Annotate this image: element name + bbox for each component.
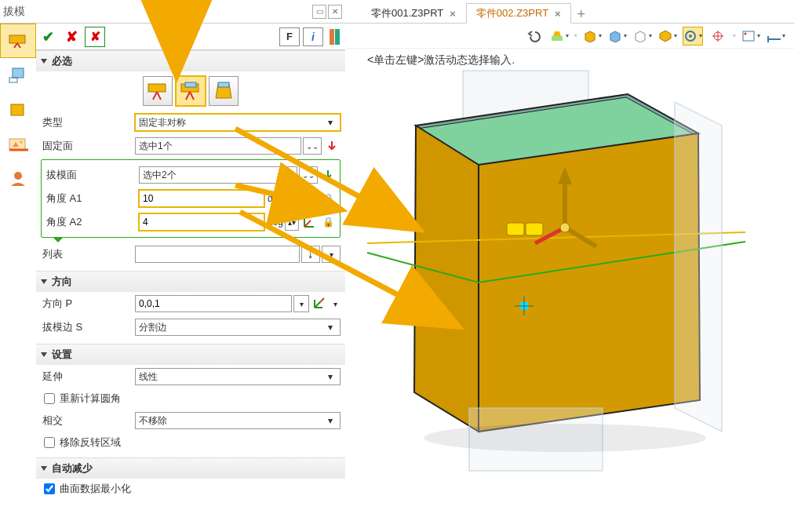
type-combo[interactable]: 固定非对称 ▾ xyxy=(135,114,341,131)
remove-invert-row: 移除反转区域 xyxy=(41,432,341,453)
list-row: 列表 ⭳ ▾ xyxy=(41,242,341,266)
intersect-row: 相交 不移除 ▾ xyxy=(41,409,341,432)
mandatory-section: 必选 类型 固定非对称 xyxy=(36,50,345,271)
list-dropdown-button[interactable]: ▾ xyxy=(322,246,341,263)
extend-combo[interactable]: 线性 ▾ xyxy=(135,368,341,385)
svg-rect-15 xyxy=(552,36,563,41)
draft-edge-combo[interactable]: 分割边 ▾ xyxy=(135,319,341,336)
box-blue-icon[interactable]: ▾ xyxy=(607,27,628,46)
new-tab-button[interactable]: + xyxy=(571,6,592,23)
remove-invert-checkbox[interactable] xyxy=(44,437,55,448)
sidebar-image-icon[interactable] xyxy=(0,127,36,162)
cancel-button[interactable]: ✘ xyxy=(61,27,82,47)
formula-button[interactable]: F xyxy=(279,27,300,46)
angle-a2-input[interactable] xyxy=(139,213,264,231)
tab-label: 零件001.Z3PRT xyxy=(371,6,443,20)
help-book-icon[interactable] xyxy=(326,27,344,46)
target-icon[interactable] xyxy=(708,27,728,46)
draft-face-label: 拔模面 xyxy=(45,168,136,182)
dropdown-icon: ▾ xyxy=(324,415,337,426)
expand-button[interactable]: ⌄⌄ xyxy=(299,166,318,184)
highlight-icon[interactable]: ▾ xyxy=(549,27,570,46)
minimize-checkbox[interactable] xyxy=(44,483,55,494)
ok-button[interactable]: ✔ xyxy=(38,27,58,47)
window-icon[interactable]: ▾ xyxy=(741,27,761,46)
spinner-button[interactable]: ▴▾ xyxy=(285,213,299,231)
axis-icon[interactable] xyxy=(300,213,318,231)
lock-icon[interactable]: 🔒 xyxy=(319,213,337,231)
draft-group: 拔模面 选中2个 ⌄⌄ 角度 A1 xyxy=(41,159,341,238)
hex-icon[interactable]: ▾ xyxy=(657,27,678,46)
right-area: 零件001.Z3PRT × 零件002.Z3PRT × + ▾ • ▾ ▾ ▾ … xyxy=(345,0,794,532)
mode-btn-1[interactable] xyxy=(143,76,173,106)
apply-cancel-button[interactable]: ✘ xyxy=(85,27,105,47)
dropdown-small-icon[interactable]: ▾ xyxy=(330,295,341,312)
svg-marker-30 xyxy=(675,102,722,432)
tab-part-001[interactable]: 零件001.Z3PRT × xyxy=(361,3,466,24)
sidebar-sketch-icon[interactable] xyxy=(0,58,36,93)
svg-marker-18 xyxy=(636,31,645,42)
svg-rect-2 xyxy=(9,78,17,82)
close-icon[interactable]: × xyxy=(450,8,456,20)
spinner-button[interactable]: ▴▾ xyxy=(285,190,299,207)
down-arrow-red-icon[interactable] xyxy=(323,137,341,155)
fixed-face-value: 选中1个 xyxy=(139,140,173,153)
draft-face-combo[interactable]: 选中2个 xyxy=(139,166,297,184)
box-orange-icon[interactable]: ▾ xyxy=(582,27,603,46)
fixed-face-row: 固定面 选中1个 ⌄⌄ xyxy=(41,134,341,158)
list-download-icon[interactable]: ⭳ xyxy=(301,246,320,263)
mode-btn-3[interactable] xyxy=(209,76,239,106)
chevron-down-icon xyxy=(41,279,47,284)
down-arrow-green-icon[interactable] xyxy=(300,190,318,207)
angle-a1-input[interactable] xyxy=(139,190,264,207)
svg-point-24 xyxy=(745,32,747,35)
3d-viewport[interactable] xyxy=(353,47,794,532)
minimize-label: 曲面数据最小化 xyxy=(60,482,131,496)
list-input[interactable] xyxy=(135,246,300,263)
sidebar-feature-icon[interactable] xyxy=(0,24,36,58)
undo-icon[interactable] xyxy=(524,27,545,46)
angle-a1-row: 角度 A1 deg ▴▾ 🔒 xyxy=(45,187,337,210)
down-arrow-green-icon[interactable] xyxy=(319,166,337,184)
measure-icon[interactable]: ▾ xyxy=(766,27,786,46)
panel-close-button[interactable]: ✕ xyxy=(328,5,342,19)
recalc-fillet-checkbox[interactable] xyxy=(44,393,55,404)
direction-header[interactable]: 方向 xyxy=(36,271,345,292)
recalc-fillet-label: 重新计算圆角 xyxy=(60,392,121,406)
direction-section: 方向 方向 P ▾ ▾ 拔模边 S xyxy=(36,271,345,344)
lock-icon[interactable]: 🔒 xyxy=(319,190,337,207)
extend-label: 延伸 xyxy=(41,370,132,384)
settings-header[interactable]: 设置 xyxy=(36,344,345,365)
feature-panel: 拔模 ▭ ✕ ✔ ✘ ✘ F i xyxy=(0,0,345,532)
mandatory-title: 必选 xyxy=(52,54,72,68)
info-button[interactable]: i xyxy=(303,27,323,46)
svg-point-7 xyxy=(14,172,22,180)
sidebar-box-icon[interactable] xyxy=(0,93,36,127)
close-icon[interactable]: × xyxy=(555,8,561,20)
axis-picker-icon[interactable] xyxy=(311,295,328,312)
intersect-value: 不移除 xyxy=(139,414,167,428)
svg-marker-28 xyxy=(414,126,479,432)
type-value: 固定非对称 xyxy=(139,116,186,129)
box-wire-icon[interactable]: ▾ xyxy=(632,27,653,46)
direction-p-input[interactable] xyxy=(135,295,292,312)
mandatory-header[interactable]: 必选 xyxy=(36,51,345,71)
mandatory-form: 类型 固定非对称 ▾ 固定面 选中1个 ⌄⌄ xyxy=(36,111,345,271)
draft-face-row: 拔模面 选中2个 ⌄⌄ xyxy=(45,163,337,187)
svg-rect-34 xyxy=(507,223,524,235)
mode-btn-2-active[interactable] xyxy=(176,76,206,106)
angle-a2-row: 角度 A2 deg ▴▾ 🔒 xyxy=(45,210,337,234)
sidebar-user-icon[interactable] xyxy=(0,162,36,196)
autoreduce-header[interactable]: 自动减少 xyxy=(36,458,345,479)
expand-button[interactable]: ⌄⌄ xyxy=(303,137,322,155)
intersect-combo[interactable]: 不移除 ▾ xyxy=(135,412,341,429)
panel-title-bar: 拔模 ▭ ✕ xyxy=(0,0,345,24)
tab-part-002[interactable]: 零件002.Z3PRT × xyxy=(466,3,571,24)
settings-title: 设置 xyxy=(52,348,72,362)
draft-edge-value: 分割边 xyxy=(139,321,167,334)
intersect-label: 相交 xyxy=(41,414,132,428)
dropdown-button[interactable]: ▾ xyxy=(293,295,309,312)
fixed-face-combo[interactable]: 选中1个 xyxy=(135,137,301,155)
panel-min-button[interactable]: ▭ xyxy=(312,5,326,19)
circle-active-icon[interactable]: ▾ xyxy=(683,27,703,46)
